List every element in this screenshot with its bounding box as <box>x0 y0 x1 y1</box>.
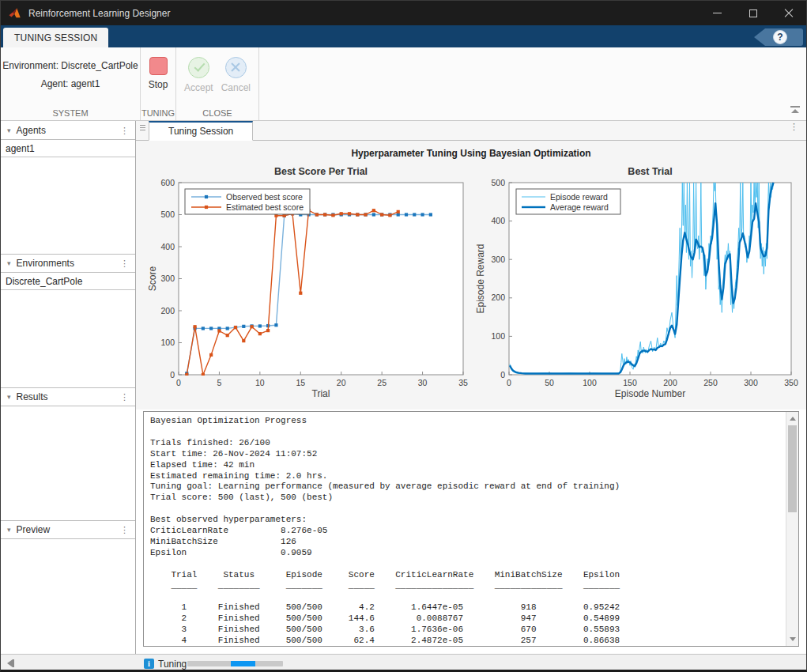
results-list-area <box>1 406 135 520</box>
accept-button[interactable]: Accept <box>184 57 213 93</box>
list-item-discrete-cartpole[interactable]: Discrete_CartPole <box>1 273 135 290</box>
agents-list-area <box>1 157 135 254</box>
collapse-arrow-icon[interactable]: ▾ <box>7 526 11 534</box>
svg-text:100: 100 <box>583 378 597 387</box>
svg-text:200: 200 <box>160 306 175 315</box>
progress-chunk <box>231 661 255 666</box>
ribbon-toolstrip: Environment: Discrete_CartPole Agent: ag… <box>1 47 806 121</box>
svg-text:0: 0 <box>500 370 505 379</box>
svg-text:Episode Number: Episode Number <box>615 388 685 399</box>
svg-text:500: 500 <box>160 210 175 219</box>
svg-text:0: 0 <box>176 378 181 387</box>
svg-text:Best Trial: Best Trial <box>628 166 672 177</box>
minimize-button[interactable] <box>700 1 735 25</box>
list-item-agent1[interactable]: agent1 <box>1 140 135 157</box>
svg-text:Average reward: Average reward <box>550 202 609 212</box>
cancel-x-icon <box>225 57 247 78</box>
ribbon-section-tuning: Stop TUNING <box>141 47 176 120</box>
svg-text:15: 15 <box>296 378 305 387</box>
collapse-ribbon-button[interactable] <box>789 106 801 117</box>
svg-text:35: 35 <box>458 378 468 387</box>
svg-text:20: 20 <box>337 378 346 387</box>
collapse-ribbon-icon <box>790 106 800 108</box>
title-bar: Reinforcement Learning Designer <box>1 1 806 25</box>
svg-text:Trial: Trial <box>312 388 330 399</box>
agent-info: Agent: agent1 <box>41 78 100 89</box>
kebab-menu-icon[interactable]: ⋮ <box>120 395 129 398</box>
collapse-arrow-icon[interactable]: ▾ <box>7 259 11 267</box>
document-area: Tuning Session ⋮ Hyperparameter Tuning U… <box>136 121 806 654</box>
matlab-logo-icon <box>8 6 22 21</box>
svg-text:10: 10 <box>255 378 265 387</box>
minimize-icon <box>713 13 722 13</box>
svg-text:Score: Score <box>147 266 158 292</box>
panel-title-results: Results <box>17 391 48 402</box>
svg-text:25: 25 <box>377 378 387 387</box>
figure-area: Hyperparameter Tuning Using Bayesian Opt… <box>136 141 806 410</box>
kebab-menu-icon[interactable]: ⋮ <box>120 528 129 531</box>
help-button[interactable]: ? <box>773 30 787 44</box>
svg-text:150: 150 <box>623 378 637 387</box>
scroll-up-icon[interactable] <box>790 417 796 421</box>
svg-text:400: 400 <box>491 216 505 225</box>
tab-tuning-session[interactable]: TUNING SESSION <box>3 28 108 47</box>
environment-info: Environment: Discrete_CartPole <box>2 60 138 71</box>
svg-text:0: 0 <box>170 370 175 379</box>
maximize-button[interactable] <box>735 1 771 25</box>
svg-text:Episode reward: Episode reward <box>550 192 608 202</box>
console-text: Bayesian Optimization Progress Trials fi… <box>144 412 798 647</box>
cancel-button-label: Cancel <box>221 82 251 93</box>
section-caption-system: SYSTEM <box>1 108 140 118</box>
progress-console: Bayesian Optimization Progress Trials fi… <box>143 411 799 647</box>
collapse-sidebar-button[interactable] <box>7 659 14 667</box>
window-title: Reinforcement Learning Designer <box>28 8 170 19</box>
console-wrap: Bayesian Optimization Progress Trials fi… <box>136 410 806 654</box>
svg-text:200: 200 <box>663 378 677 387</box>
ribbon-section-close: Accept Cancel CLOSE <box>176 47 259 120</box>
tab-tuning-session-document[interactable]: Tuning Session <box>149 121 253 141</box>
cancel-button[interactable]: Cancel <box>221 57 251 93</box>
panel-preview: ▾ Preview ⋮ <box>1 520 135 654</box>
svg-text:400: 400 <box>160 242 175 251</box>
close-button[interactable] <box>771 1 806 25</box>
agent-value: agent1 <box>71 78 100 89</box>
panel-results: ▾ Results ⋮ <box>1 387 135 520</box>
preview-area <box>1 539 135 654</box>
svg-text:200: 200 <box>491 293 505 302</box>
tuning-progress-bar <box>187 661 283 666</box>
drag-handle-icon[interactable] <box>136 121 149 140</box>
accept-check-icon <box>188 57 209 78</box>
svg-text:Best Score Per Trial: Best Score Per Trial <box>274 166 368 177</box>
kebab-menu-icon[interactable]: ⋮ <box>120 129 129 132</box>
environment-value: Discrete_CartPole <box>61 60 138 71</box>
svg-text:250: 250 <box>703 378 718 387</box>
kebab-menu-icon[interactable]: ⋮ <box>120 262 129 265</box>
svg-text:300: 300 <box>160 274 175 283</box>
svg-text:100: 100 <box>491 331 505 341</box>
maximize-icon <box>749 9 757 17</box>
svg-text:100: 100 <box>160 338 175 347</box>
panel-environments: ▾ Environments ⋮ Discrete_CartPole <box>1 254 135 387</box>
status-bar: i Tuning <box>1 654 806 672</box>
ribbon-section-system: Environment: Discrete_CartPole Agent: ag… <box>1 47 141 120</box>
environments-list-area <box>1 290 135 387</box>
svg-text:600: 600 <box>160 178 175 187</box>
scroll-down-icon[interactable] <box>790 637 796 641</box>
scrollbar-thumb[interactable] <box>788 425 797 512</box>
best-score-per-trial-chart: 051015202530350100200300400500600Best Sc… <box>147 163 471 403</box>
document-tabbar: Tuning Session ⋮ <box>136 121 806 141</box>
collapse-arrow-icon[interactable]: ▾ <box>7 393 11 401</box>
stop-button[interactable]: Stop <box>141 57 175 90</box>
collapse-arrow-icon[interactable]: ▾ <box>7 126 11 134</box>
best-trial-chart: 0501001502002503003500100200300400500Bes… <box>475 163 801 403</box>
svg-text:30: 30 <box>418 378 428 387</box>
svg-text:0: 0 <box>507 378 511 387</box>
panel-title-environments: Environments <box>17 258 74 269</box>
accept-button-label: Accept <box>184 82 213 93</box>
kebab-menu-icon[interactable]: ⋮ <box>790 125 798 128</box>
help-banner: ? <box>754 28 803 46</box>
svg-text:50: 50 <box>545 378 554 387</box>
console-scrollbar[interactable] <box>786 412 798 646</box>
svg-text:5: 5 <box>217 378 222 387</box>
status-label: Tuning <box>158 659 187 670</box>
